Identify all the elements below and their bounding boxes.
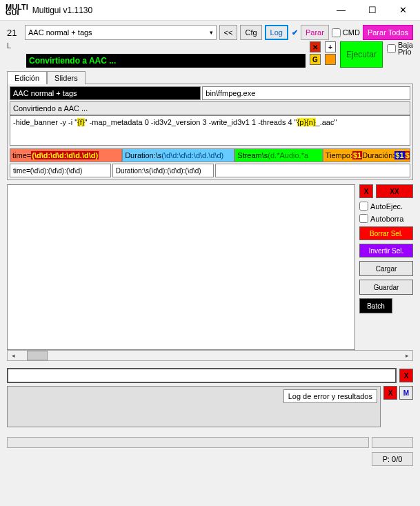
scroll-right-icon[interactable]: ▸: [401, 351, 412, 360]
binary-path-field[interactable]: bin\ffmpeg.exe: [202, 86, 410, 100]
progress-bar-small: [372, 437, 413, 448]
tab-sliders[interactable]: Sliders: [47, 71, 86, 84]
command-line-field[interactable]: -hide_banner -y -i "{f}" -map_metadata 0…: [10, 115, 410, 146]
log-output[interactable]: Log de error y resultados: [7, 386, 381, 427]
regex-empty-plain[interactable]: [215, 164, 411, 177]
preset-number: 21: [7, 28, 22, 38]
cfg-button[interactable]: Cfg: [240, 25, 261, 40]
minimize-button[interactable]: —: [326, 1, 357, 20]
regex-time-field[interactable]: time=(\d\d:\d\d:\d\d.\d\d): [10, 148, 122, 162]
titlebar: MULTIGUI Multigui v1.1130 — ☐ ✕: [0, 0, 420, 21]
page-counter: P: 0/0: [372, 452, 413, 466]
mini-buttons-col1: ✕ G: [310, 41, 321, 65]
clear-log-button[interactable]: X: [383, 386, 397, 400]
m-button[interactable]: M: [399, 386, 413, 400]
autodelete-checkbox[interactable]: Autoborra: [359, 214, 413, 223]
mini-x-button[interactable]: ✕: [310, 41, 321, 52]
input-row: X: [7, 368, 413, 383]
app-logo: MULTIGUI: [6, 5, 28, 16]
scroll-thumb[interactable]: [27, 351, 48, 360]
regex-stream-field[interactable]: Stream\s(d.*Audio.*a: [234, 148, 322, 162]
tab-panel-edicion: AAC normal + tags bin\ffmpeg.exe Convirt…: [7, 84, 413, 180]
file-listbox[interactable]: [7, 184, 355, 350]
mini-buttons-col2: +: [325, 41, 336, 65]
rewind-button[interactable]: <<: [219, 25, 238, 40]
delete-one-button[interactable]: X: [359, 184, 373, 198]
scroll-left-icon[interactable]: ◂: [8, 351, 19, 360]
stop-all-button[interactable]: Parar Todos: [363, 25, 413, 40]
chevron-down-icon: ▾: [210, 29, 213, 36]
autoexec-checkbox[interactable]: AutoEjec.: [359, 202, 413, 211]
delete-all-button[interactable]: XX: [376, 184, 413, 198]
mini-square-button[interactable]: [325, 54, 336, 65]
execute-button[interactable]: Ejecutar: [340, 41, 383, 68]
stop-button[interactable]: Parar: [301, 25, 329, 40]
regex-color-row: time=(\d\d:\d\d:\d\d.\d\d) Duration:\s(\…: [10, 148, 410, 162]
progress-row: [7, 437, 413, 448]
regex-output-field[interactable]: Tiempo: $1 Duración: $1 $1: [323, 148, 410, 162]
low-priority-checkbox[interactable]: BajaPrio: [387, 41, 413, 55]
log-button[interactable]: Log: [265, 25, 288, 40]
invert-selection-button[interactable]: Invertir Sel.: [359, 244, 413, 257]
regex-time-plain[interactable]: time=(\d\d):(\d\d):(\d\d): [10, 164, 111, 177]
list-scrollbar[interactable]: ◂ ▸: [7, 350, 413, 361]
window-title: Multigui v1.1130: [32, 6, 326, 15]
log-row: Log de error y resultados X M: [7, 386, 413, 427]
preset-name-field[interactable]: AAC normal + tags: [10, 86, 201, 100]
regex-duration-plain[interactable]: Duration:\s(\d\d):(\d\d):(\d\d): [112, 164, 214, 177]
toolbar-row-2: L Convirtiendo a AAC ... ✕ G + Ejecutar …: [0, 41, 420, 70]
l-label: L: [7, 41, 22, 50]
footer: P: 0/0: [7, 452, 413, 466]
status-bar: Convirtiendo a AAC ...: [26, 54, 306, 68]
regex-duration-field[interactable]: Duration:\s(\d\d:\d\d:\d\d.\d\d): [122, 148, 234, 162]
mini-plus-button[interactable]: +: [325, 41, 336, 52]
delete-selection-button[interactable]: Borrar Sel.: [359, 226, 413, 240]
side-panel: X XX AutoEjec. Autoborra Borrar Sel. Inv…: [359, 184, 413, 350]
command-input[interactable]: [7, 368, 397, 383]
tab-strip: Edición Sliders: [0, 70, 420, 84]
tab-edicion[interactable]: Edición: [7, 71, 47, 84]
preset-combo[interactable]: AAC normal + tags ▾: [25, 25, 217, 40]
regex-plain-row: time=(\d\d):(\d\d):(\d\d) Duration:\s(\d…: [10, 164, 410, 177]
status-template-field[interactable]: Convirtiendo a AAC ...: [10, 101, 410, 115]
toolbar-row-1: 21 AAC normal + tags ▾ << Cfg Log ✔ Para…: [0, 21, 420, 41]
log-check-icon: ✔: [292, 28, 298, 37]
save-button[interactable]: Guardar: [359, 280, 413, 295]
clear-input-button[interactable]: X: [399, 369, 413, 382]
cmd-checkbox[interactable]: CMD: [332, 28, 360, 37]
close-button[interactable]: ✕: [388, 1, 419, 20]
maximize-button[interactable]: ☐: [357, 1, 388, 20]
progress-bar-main: [7, 437, 369, 448]
main-area: X XX AutoEjec. Autoborra Borrar Sel. Inv…: [7, 184, 413, 350]
batch-button[interactable]: Batch: [359, 298, 392, 313]
log-tooltip: Log de error y resultados: [283, 389, 377, 403]
load-button[interactable]: Cargar: [359, 261, 413, 276]
mini-g-button[interactable]: G: [310, 54, 321, 65]
preset-combo-value: AAC normal + tags: [28, 28, 92, 37]
